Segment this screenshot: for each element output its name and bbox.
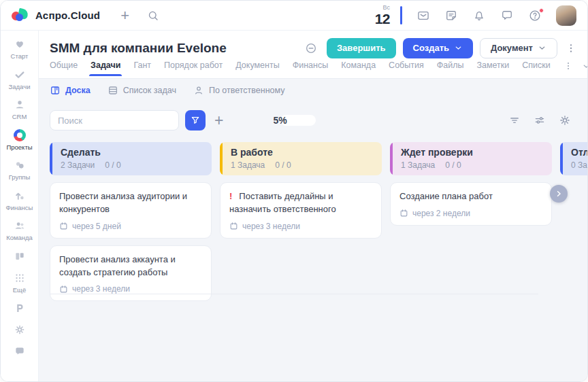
tab-gantt[interactable]: Гант bbox=[133, 60, 151, 76]
scroll-right-button[interactable] bbox=[550, 185, 568, 203]
sidebar-item-boards[interactable] bbox=[1, 249, 38, 263]
tab-general[interactable]: Общие bbox=[50, 60, 78, 76]
tabs-more-icon[interactable] bbox=[564, 61, 573, 71]
filter-button[interactable] bbox=[185, 110, 206, 131]
notes-icon[interactable] bbox=[444, 9, 458, 22]
sidebar-item-groups[interactable]: Группы bbox=[1, 158, 38, 181]
person-icon bbox=[193, 85, 204, 96]
gear-icon[interactable] bbox=[559, 114, 571, 126]
column-header[interactable]: Сделать2 Задачи0 / 0 bbox=[50, 142, 212, 175]
chat-icon bbox=[14, 345, 26, 358]
sidebar-item-finance[interactable]: Финансы bbox=[1, 189, 38, 211]
sidebar-item-more[interactable]: Ещё bbox=[1, 271, 38, 294]
view-board[interactable]: Доска bbox=[50, 85, 91, 96]
sidebar-item-messenger[interactable] bbox=[1, 345, 38, 358]
task-due: через 3 недели bbox=[229, 222, 372, 231]
tab-tasks[interactable]: Задачи bbox=[91, 60, 120, 76]
column-meta: 2 Задачи0 / 0 bbox=[61, 160, 203, 170]
help-icon[interactable] bbox=[528, 9, 542, 22]
task-card[interactable]: !Поставить дедлайны и назначить ответств… bbox=[220, 182, 382, 239]
finance-icon bbox=[14, 189, 26, 203]
tab-workflow[interactable]: Порядок работ bbox=[164, 60, 223, 76]
column-title: Отложено bbox=[571, 147, 587, 158]
tab-files[interactable]: Файлы bbox=[437, 60, 464, 76]
more-grid-icon bbox=[14, 271, 26, 285]
partner-icon bbox=[14, 301, 26, 315]
page-title: SMM для компании Evelone bbox=[50, 41, 227, 56]
sidebar-item-team[interactable]: Команда bbox=[1, 219, 38, 241]
task-card[interactable]: Создание плана работчерез 2 недели bbox=[390, 182, 552, 226]
bell-icon[interactable] bbox=[472, 9, 486, 22]
board-icon bbox=[50, 85, 61, 96]
view-by-assignee[interactable]: По ответственному bbox=[193, 85, 285, 96]
tabs-collapse-icon[interactable] bbox=[582, 62, 587, 71]
board-column-3: Ждет проверки1 Задача0 / 0Создание плана… bbox=[390, 142, 552, 226]
column-accent-bar bbox=[560, 142, 563, 175]
services-icon bbox=[14, 323, 26, 336]
tab-team[interactable]: Команда bbox=[341, 60, 376, 76]
sidebar-item-partner[interactable] bbox=[1, 301, 38, 315]
calendar-icon bbox=[59, 285, 68, 294]
task-due: через 2 недели bbox=[399, 209, 542, 218]
mail-icon[interactable] bbox=[416, 9, 430, 22]
chevron-down-icon bbox=[538, 44, 546, 52]
calendar-date[interactable]: Вс 12 bbox=[375, 5, 390, 26]
avatar[interactable] bbox=[556, 5, 576, 26]
column-header[interactable]: Ждет проверки1 Задача0 / 0 bbox=[390, 142, 552, 175]
column-title: Сделать bbox=[61, 147, 203, 158]
column-accent-bar bbox=[50, 142, 52, 175]
view-task-list[interactable]: Список задач bbox=[108, 85, 176, 96]
global-add-button[interactable]: + bbox=[120, 8, 129, 23]
document-button[interactable]: Документ bbox=[480, 38, 557, 58]
column-title: В работе bbox=[231, 147, 374, 158]
date-accent-divider bbox=[400, 6, 402, 24]
finish-button[interactable]: Завершить bbox=[327, 38, 396, 58]
funnel-icon bbox=[190, 115, 201, 126]
display-settings-icon[interactable] bbox=[534, 114, 546, 126]
main-area: SMM для компании Evelone Завершить Созда… bbox=[39, 31, 587, 382]
sidebar-item-tasks[interactable]: Задачи bbox=[1, 68, 38, 90]
column-title: Ждет проверки bbox=[401, 147, 544, 158]
sidebar-item-start[interactable]: Старт bbox=[1, 37, 38, 60]
copy-link-icon[interactable] bbox=[304, 41, 318, 55]
page-header: SMM для компании Evelone Завершить Созда… bbox=[39, 31, 587, 79]
sort-filter-icon[interactable] bbox=[508, 114, 521, 126]
sidebar-item-crm[interactable]: CRM bbox=[1, 98, 38, 120]
more-actions-icon[interactable] bbox=[564, 43, 578, 54]
chat-icon[interactable] bbox=[500, 9, 514, 22]
tab-finance[interactable]: Финансы bbox=[293, 60, 328, 76]
sidebar-item-services[interactable] bbox=[1, 323, 38, 336]
projects-icon bbox=[14, 128, 26, 142]
task-card[interactable]: Провести анализ аккаунта и создать страт… bbox=[50, 245, 212, 302]
team-icon bbox=[14, 219, 26, 232]
column-accent-bar bbox=[220, 142, 223, 175]
project-tabs: ОбщиеЗадачиГантПорядок работДокументыФин… bbox=[50, 60, 578, 78]
column-header[interactable]: Отложено0 Задач bbox=[560, 142, 587, 175]
progress-percent: 5% bbox=[273, 115, 287, 126]
search-icon[interactable] bbox=[147, 10, 159, 22]
app-window: Аспро.Cloud + Вс 12 bbox=[0, 0, 588, 382]
column-meta: 1 Задача0 / 0 bbox=[401, 160, 544, 170]
column-meta: 1 Задача0 / 0 bbox=[231, 160, 374, 170]
tab-lists[interactable]: Списки bbox=[522, 60, 550, 76]
calendar-icon bbox=[229, 222, 238, 230]
crm-icon bbox=[14, 98, 26, 111]
calendar-icon bbox=[399, 209, 408, 218]
task-due: через 3 недели bbox=[59, 284, 202, 294]
search-input[interactable] bbox=[50, 110, 179, 131]
task-title: Провести анализа аудитории и конкурентов bbox=[59, 190, 202, 216]
task-due: через 5 дней bbox=[59, 222, 202, 231]
sidebar-item-projects[interactable]: Проекты bbox=[1, 128, 38, 151]
add-task-button[interactable]: + bbox=[214, 111, 223, 129]
create-button[interactable]: Создать bbox=[403, 38, 473, 58]
tab-documents[interactable]: Документы bbox=[235, 60, 279, 76]
task-title: Создание плана работ bbox=[399, 190, 542, 203]
tab-notes[interactable]: Заметки bbox=[476, 60, 509, 76]
list-icon bbox=[108, 85, 118, 96]
view-switcher: ДоскаСписок задачПо ответственному bbox=[39, 79, 587, 102]
board-toolbar: + 5% bbox=[39, 102, 587, 131]
kanban-icon bbox=[14, 249, 26, 263]
column-header[interactable]: В работе1 Задача0 / 0 bbox=[220, 142, 382, 175]
tab-events[interactable]: События bbox=[389, 60, 424, 76]
task-card[interactable]: Провести анализа аудитории и конкурентов… bbox=[50, 182, 212, 239]
